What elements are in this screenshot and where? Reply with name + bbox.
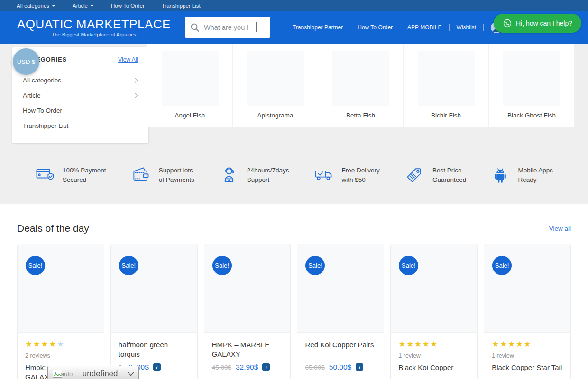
review-count: 1 review (398, 352, 469, 359)
price-info-icon[interactable]: i (262, 363, 270, 371)
sale-price: 32,90$ (236, 363, 258, 371)
broken-translate-dropdown[interactable]: auto undefined (47, 366, 139, 379)
nav-app-mobile[interactable]: APP MOBILE (400, 24, 449, 31)
feature-support-247: 24hours/7daysSupport (219, 165, 289, 186)
product-card-hmpk-galaxy[interactable]: Sale! ★★★★★ 2 reviews Hmpk: GALAXY (17, 244, 104, 379)
feature-text: 24hours/7days (247, 166, 289, 175)
category-label: Black Ghost Fish (507, 112, 556, 119)
sidebar-item-article[interactable]: Article (23, 88, 138, 103)
search-text-caret (256, 22, 257, 32)
site-logo[interactable]: AQUATIC MARKETPLACE The Biggest Marketpl… (17, 18, 171, 37)
wallet-icon (130, 165, 151, 186)
topbar-how-to-order[interactable]: How To Order (111, 3, 145, 9)
header-nav: Transhipper Partner How To Order APP MOB… (285, 22, 502, 33)
nav-how-to-order[interactable]: How To Order (350, 24, 400, 31)
product-image-placeholder: Sale! (204, 244, 291, 333)
topbar-transhipper-list-label: Transhipper List (162, 3, 201, 9)
category-card-angel-fish[interactable]: Angel Fish (147, 44, 233, 127)
page-top-section: CATEGORIES View All All categories Artic… (0, 44, 588, 204)
caret-down-icon (90, 5, 94, 7)
product-card-black-copper-star-tail[interactable]: Sale! ★★★★★ 1 review Black Copper Star T… (484, 244, 571, 379)
android-icon (490, 165, 510, 185)
product-name: halfmoon green torquis (119, 340, 190, 359)
sale-badge: Sale! (305, 256, 325, 275)
product-image-placeholder: Sale! (111, 244, 197, 333)
product-card-black-koi-copper[interactable]: Sale! ★★★★★ 1 review Black Koi Copper (390, 244, 478, 379)
category-card-betta-fish[interactable]: Betta Fish (318, 44, 404, 127)
sidebar-item-label: Article (23, 92, 41, 99)
product-image-placeholder: Sale! (297, 244, 384, 333)
dropdown-selected-value: undefined (73, 369, 128, 379)
feature-payments-support: Support lotsof Payments (130, 165, 194, 186)
chevron-right-icon (134, 92, 138, 99)
category-card-bichir-fish[interactable]: Bichir Fish (404, 44, 489, 127)
chevron-down-icon (128, 372, 134, 376)
sidebar-item-how-to-order[interactable]: How To Order (23, 103, 138, 118)
feature-text: Ready (518, 175, 553, 185)
hero-section: CATEGORIES View All All categories Artic… (0, 44, 588, 147)
feature-text: 100% Payment (63, 166, 106, 175)
topbar: All categories Article How To Order Tran… (0, 0, 588, 11)
sidebar-view-all-link[interactable]: View All (118, 56, 138, 63)
product-image-placeholder: Sale! (391, 244, 477, 333)
sidebar-item-label: Transhipper List (23, 122, 68, 129)
deals-section: Deals of the day View all Sale! ★★★★★ 2 … (0, 204, 588, 379)
product-name: Red Koi Copper Pairs (305, 340, 376, 359)
review-count: 2 reviews (25, 352, 96, 359)
category-card-apistograma[interactable]: Apistograma (233, 44, 318, 127)
feature-text: Best Price (432, 166, 466, 175)
topbar-all-categories[interactable]: All categories (17, 3, 55, 9)
whatsapp-chat-button[interactable]: Hi, how can I help? (494, 14, 581, 33)
support-agent-icon (219, 165, 239, 186)
review-count: 1 review (492, 352, 563, 359)
topbar-article[interactable]: Article (73, 3, 94, 9)
chevron-right-icon (134, 77, 138, 83)
price-info-icon[interactable]: i (153, 363, 161, 371)
site-title: AQUATIC MARKETPLACE (17, 18, 171, 31)
caret-down-icon (52, 5, 55, 7)
product-card-hmpk-marble-galaxy[interactable]: Sale! HMPK – MARBLE GALAXY 45,00$ 32,90$… (204, 244, 291, 379)
nav-wishlist[interactable]: Wishlist (450, 24, 483, 31)
topbar-all-categories-label: All categories (17, 3, 49, 9)
feature-free-delivery: Free Deliverywith $50 (313, 165, 380, 186)
whatsapp-chat-label: Hi, how can I help? (516, 19, 572, 27)
rating-stars: ★★★★★ (25, 340, 96, 349)
price-info-icon[interactable]: i (356, 363, 363, 371)
feature-best-price: Best PriceGuaranteed (404, 165, 466, 186)
category-image-placeholder (162, 51, 219, 106)
product-card-halfmoon-green-torquis[interactable]: Sale! halfmoon green torquis $ 75,00$ i (110, 244, 198, 379)
nav-divider (483, 24, 484, 31)
feature-text: Mobile Apps (518, 166, 553, 175)
header: AQUATIC MARKETPLACE The Biggest Marketpl… (0, 11, 588, 44)
deals-view-all-link[interactable]: View all (549, 225, 571, 232)
payment-secured-icon (34, 165, 55, 186)
rating-stars: ★★★★★ (398, 340, 469, 349)
category-card-black-ghost-fish[interactable]: Black Ghost Fish (489, 44, 574, 127)
category-label: Apistograma (257, 112, 294, 119)
old-price: 65,00$ (305, 364, 324, 371)
sale-badge: Sale! (26, 256, 45, 275)
currency-selector-button[interactable]: USD $ (13, 48, 39, 75)
feature-text: Free Delivery (342, 166, 380, 175)
sale-badge: Sale! (119, 256, 138, 275)
topbar-transhipper-list[interactable]: Transhipper List (162, 3, 201, 9)
topbar-article-label: Article (73, 3, 88, 9)
nav-transhipper-partner[interactable]: Transhipper Partner (285, 24, 350, 31)
site-tagline: The Biggest Marketplace of Aquatics (17, 32, 171, 37)
product-image-placeholder: Sale! (484, 244, 570, 333)
sidebar-item-all-categories[interactable]: All categories (23, 72, 138, 88)
product-card-red-koi-copper-pairs[interactable]: Sale! Red Koi Copper Pairs 65,00$ 50,00$… (297, 244, 384, 379)
sale-price: 50,00$ (329, 363, 351, 371)
topbar-how-to-order-label: How To Order (111, 3, 145, 9)
delivery-truck-icon (313, 165, 334, 186)
feature-payment-secured: 100% PaymentSecured (34, 165, 106, 186)
sidebar-item-transhipper-list[interactable]: Transhipper List (23, 118, 138, 133)
product-name: Black Koi Copper (398, 363, 469, 372)
search-box[interactable] (185, 17, 270, 38)
feature-mobile-apps: Mobile AppsReady (490, 165, 553, 185)
sale-badge: Sale! (212, 256, 232, 275)
feature-text: Secured (63, 175, 106, 185)
features-row: 100% PaymentSecured Support lotsof Payme… (0, 147, 588, 204)
deals-cards-grid: Sale! ★★★★★ 2 reviews Hmpk: GALAXY Sale!… (17, 244, 571, 379)
category-image-placeholder (332, 51, 389, 106)
